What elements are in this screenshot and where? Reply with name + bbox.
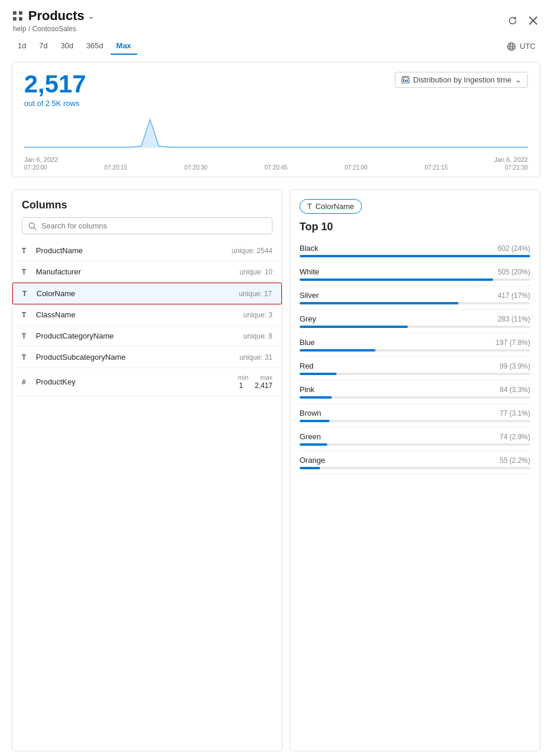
top10-value-black: 602 (24%) <box>498 244 530 253</box>
col-type-icon-productkey: # <box>22 378 31 386</box>
title-chevron-icon[interactable]: ⌄ <box>88 11 95 21</box>
badge-icon: T <box>307 202 312 211</box>
col-type-icon-colorname: T <box>22 290 32 298</box>
columns-title: Columns <box>12 199 282 217</box>
tab-7d[interactable]: 7d <box>33 38 53 55</box>
column-item-productsubcategoryname[interactable]: T ProductSubcategoryName unique: 31 <box>12 347 282 368</box>
columns-panel: Columns T ProductName unique: <box>12 189 282 751</box>
header-actions <box>505 13 540 28</box>
date-right: Jan 6, 2022 <box>494 156 528 163</box>
col-type-icon-productsubcategoryname: T <box>22 353 31 362</box>
column-item-classname[interactable]: T ClassName unique: 3 <box>12 304 282 326</box>
svg-rect-13 <box>403 79 404 82</box>
utc-button[interactable]: UTC <box>502 39 540 54</box>
svg-rect-3 <box>19 17 22 21</box>
top10-title: Top 10 <box>300 221 530 233</box>
distribution-chevron: ⌄ <box>515 75 521 84</box>
col-type-icon-classname: T <box>22 311 31 319</box>
search-input[interactable] <box>41 221 266 230</box>
top10-label-white: White <box>300 267 319 276</box>
chart-subtitle: out of 2.5K rows <box>24 99 86 108</box>
top10-bar-bg-silver <box>300 302 530 304</box>
tab-365d[interactable]: 365d <box>81 38 109 55</box>
top10-bar-fill-silver <box>300 302 458 304</box>
tab-max[interactable]: Max <box>111 38 137 55</box>
col-meta-productcategoryname: unique: 8 <box>244 332 272 340</box>
top10-bar-fill-white <box>300 278 493 281</box>
col-min-val: 1 <box>239 382 243 390</box>
chart-area <box>24 114 528 155</box>
search-box[interactable] <box>22 217 272 234</box>
time-tabs: 1d 7d 30d 365d Max UTC <box>0 35 552 55</box>
distribution-button[interactable]: Distribution by Ingestion time ⌄ <box>395 72 528 88</box>
top10-bar-bg-grey <box>300 326 530 328</box>
top10-bar-bg-pink <box>300 396 530 399</box>
column-item-colorname[interactable]: T ColorName unique: 17 <box>12 283 282 304</box>
top10-label-red: Red <box>300 362 314 370</box>
column-item-productname[interactable]: T ProductName unique: 2544 <box>12 240 282 261</box>
top10-bar-fill-red <box>300 373 337 375</box>
breadcrumb: help / ContosoSales <box>12 25 95 33</box>
top10-item-black: Black 602 (24%) <box>300 239 530 263</box>
col-meta-classname: unique: 3 <box>244 311 272 319</box>
chart-dates: Jan 6, 2022 Jan 6, 2022 <box>24 156 528 163</box>
top10-label-green: Green <box>300 432 321 441</box>
col-meta-productsubcategoryname: unique: 31 <box>240 353 272 362</box>
chart-x-labels: 07:20:00 07:20:15 07:20:30 07:20:45 07:2… <box>24 164 528 171</box>
column-list: T ProductName unique: 2544 T Manufacture… <box>12 240 282 396</box>
chart-top: 2,517 out of 2.5K rows Distribution by I… <box>24 72 528 108</box>
top10-value-grey: 283 (11%) <box>498 315 530 323</box>
col-max-val: 2,417 <box>255 382 272 390</box>
top10-bar-bg-white <box>300 278 530 281</box>
col-type-icon-productcategoryname: T <box>22 332 31 340</box>
column-item-manufacturer[interactable]: T Manufacturer unique: 10 <box>12 261 282 283</box>
top10-value-brown: 77 (3.1%) <box>500 409 530 417</box>
app-container: Products ⌄ help / ContosoSales 1d <box>0 0 552 756</box>
top10-value-orange: 55 (2.2%) <box>500 456 530 465</box>
search-icon <box>28 222 36 230</box>
top10-bar-fill-grey <box>300 326 408 328</box>
badge-label: ColorName <box>315 202 354 211</box>
col-max-label: max <box>260 374 272 381</box>
col-name-colorname: ColorName <box>36 289 75 298</box>
top10-bar-bg-red <box>300 373 530 375</box>
refresh-button[interactable] <box>505 13 520 28</box>
top10-label-orange: Orange <box>300 456 325 465</box>
top10-bar-fill-blue <box>300 349 375 352</box>
top10-item-red: Red 99 (3.9%) <box>300 357 530 380</box>
column-badge: T ColorName <box>300 199 362 214</box>
svg-rect-0 <box>13 11 16 15</box>
distribution-label: Distribution by Ingestion time <box>413 75 511 84</box>
top10-bar-bg-blue <box>300 349 530 352</box>
main-content: Columns T ProductName unique: <box>12 189 540 751</box>
top10-bar-bg-brown <box>300 420 530 422</box>
top10-bar-fill-pink <box>300 396 332 399</box>
top10-bar-fill-orange <box>300 467 320 469</box>
x-label-1: 07:20:15 <box>104 164 127 171</box>
header-left: Products ⌄ help / ContosoSales <box>12 8 95 33</box>
col-meta-productname: unique: 2544 <box>232 247 272 255</box>
col-name-productcategoryname: ProductCategoryName <box>36 331 114 340</box>
top10-label-pink: Pink <box>300 385 314 394</box>
x-label-5: 07:21:15 <box>425 164 448 171</box>
top10-bar-fill-green <box>300 443 327 446</box>
col-meta-productkey: min max 1 2,417 <box>238 374 272 390</box>
column-item-productkey[interactable]: # ProductKey min max 1 2,417 <box>12 368 282 396</box>
top10-item-grey: Grey 283 (11%) <box>300 310 530 333</box>
column-item-productcategoryname[interactable]: T ProductCategoryName unique: 8 <box>12 326 282 347</box>
svg-line-18 <box>34 227 36 230</box>
x-label-0: 07:20:00 <box>24 164 47 171</box>
col-type-icon-manufacturer: T <box>22 268 31 276</box>
col-type-icon-productname: T <box>22 247 31 255</box>
time-tabs-left: 1d 7d 30d 365d Max <box>12 38 137 55</box>
tab-30d[interactable]: 30d <box>55 38 79 55</box>
col-meta-colorname: unique: 17 <box>239 290 272 298</box>
svg-rect-1 <box>19 11 22 15</box>
close-button[interactable] <box>526 14 540 28</box>
tab-1d[interactable]: 1d <box>12 38 32 55</box>
grid-icon <box>12 10 24 22</box>
top10-bar-fill-brown <box>300 420 330 422</box>
utc-label: UTC <box>520 42 536 51</box>
chart-count: 2,517 <box>24 72 86 97</box>
top10-value-red: 99 (3.9%) <box>500 362 530 370</box>
